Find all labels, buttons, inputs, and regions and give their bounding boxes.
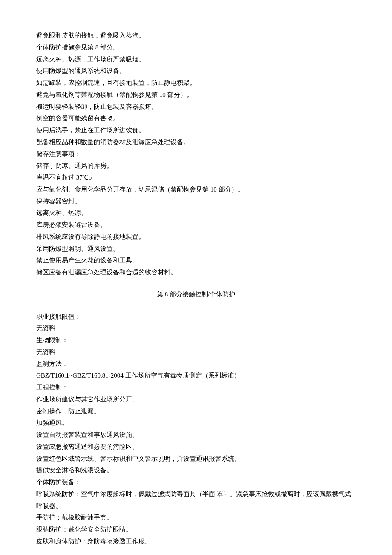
- body-line: 禁止使用易产生火花的设备和工具。: [36, 255, 356, 267]
- body-line: 避免眼和皮肤的接触，避免吸入蒸汽。: [36, 30, 356, 42]
- body-line: 监测方法：: [36, 358, 356, 370]
- body-line: 倒空的容器可能残留有害物。: [36, 113, 356, 125]
- section-8-title: 第 8 部分接触控制/个体防护: [36, 289, 356, 301]
- section-8-body: 职业接触限值： 无资料 生物限制： 无资料 监测方法： GBZ/T160.1~G…: [36, 311, 356, 548]
- body-line: 加强通风。: [36, 417, 356, 429]
- body-line: 作业场所建议与其它作业场所分开。: [36, 394, 356, 406]
- body-line: 排风系统应设有导除静电的接地装置。: [36, 231, 356, 243]
- body-line: 应与氧化剂、食用化学品分开存放，切忌混储（禁配物参见第 10 部分）。: [36, 184, 356, 196]
- body-line: 设置红色区域警示线、警示标识和中文警示说明，并设置通讯报警系统。: [36, 453, 356, 465]
- body-line: 设置应急撤离通道和必要的污险区。: [36, 441, 356, 453]
- body-line: 眼睛防护：戴化学安全防护眼睛。: [36, 524, 356, 536]
- body-line: 皮肤和身体防护：穿防毒物渗透工作服。: [36, 536, 356, 548]
- body-line: 库房必须安装避雷设备。: [36, 219, 356, 231]
- body-line: 如需罐装，应控制流速，且有接地装置，防止静电积聚。: [36, 77, 356, 89]
- body-line: 储存注意事项：: [36, 148, 356, 160]
- body-line: 密闭操作，防止泄漏。: [36, 406, 356, 418]
- body-line: 个体防护措施参见第 8 部分。: [36, 42, 356, 54]
- body-line: 职业接触限值：: [36, 311, 356, 323]
- body-line: 配备相应品种和数量的消防器材及泄漏应急处理设备。: [36, 137, 356, 148]
- body-line: GBZ/T160.1~GBZ/T160.81-2004 工作场所空气有毒物质测定…: [36, 370, 356, 382]
- body-line: 手防护：戴橡胶耐油手套。: [36, 512, 356, 524]
- body-line: 无资料: [36, 323, 356, 334]
- body-line: 储区应备有泄漏应急处理设备和合适的收容材料。: [36, 267, 356, 279]
- body-line: 工程控制：: [36, 382, 356, 394]
- body-line: 搬运时要轻装轻卸，防止包装及容器损坏。: [36, 101, 356, 113]
- body-line: 呼吸系统防护：空气中浓度超标时，佩戴过滤式防毒面具（半面.罩）。紧急事态抢救或撤…: [36, 488, 356, 512]
- body-line: 避免与氧化剂等禁配物接触（禁配物参见第 10 部分）。: [36, 89, 356, 101]
- body-line: 个体防护装备：: [36, 477, 356, 488]
- body-line: 保持容器密封。: [36, 196, 356, 208]
- body-line: 使用防爆型的通风系统和设备。: [36, 65, 356, 77]
- body-line: 无资料: [36, 346, 356, 358]
- body-line: 提供安全淋浴和洗眼设备。: [36, 465, 356, 477]
- body-line: 使用后洗手，禁止在工作场所进饮食。: [36, 125, 356, 137]
- body-line: 设置自动报警装置和事故通风设施。: [36, 429, 356, 441]
- section-7-body: 避免眼和皮肤的接触，避免吸入蒸汽。 个体防护措施参见第 8 部分。 远离火种、热…: [36, 30, 356, 279]
- body-line: 远离火种、热源，工作场所严禁吸烟。: [36, 54, 356, 66]
- body-line: 储存于阴凉、通风的库房。: [36, 160, 356, 172]
- body-line: 生物限制：: [36, 334, 356, 346]
- body-line: 远离火种、热源。: [36, 207, 356, 219]
- body-line: 采用防爆型照明、通风设置。: [36, 243, 356, 255]
- body-line: 库温不宜超过 37℃o: [36, 172, 356, 184]
